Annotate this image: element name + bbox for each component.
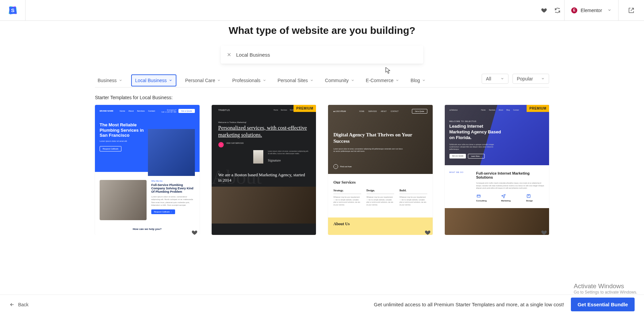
- tpl-hero-image: [148, 129, 195, 176]
- tpl-nav-link: Home: [481, 109, 485, 111]
- search-input[interactable]: [236, 52, 417, 58]
- chevron-down-icon: [541, 76, 545, 81]
- template-preview: BRAND NAME HomeAboutServicesContact Emer…: [95, 105, 200, 235]
- tpl-col-body: Whatever may be your requirement — be it…: [367, 196, 394, 206]
- category-business[interactable]: Business: [95, 74, 125, 86]
- tpl-mid-kicker: WHAT WE DO: [449, 171, 470, 173]
- tpl-nav-link: Contact: [513, 109, 519, 111]
- filter-sort-select[interactable]: Popular: [513, 74, 549, 84]
- tpl-footer-image: [445, 208, 549, 235]
- favorite-toggle[interactable]: [425, 230, 431, 235]
- category-label: E-Commerce: [366, 78, 393, 83]
- chevron-down-icon: [395, 78, 399, 83]
- category-e-commerce[interactable]: E-Commerce: [363, 74, 402, 86]
- heart-icon: [192, 230, 198, 235]
- builder-selector-section: E Elementor: [564, 0, 618, 21]
- page-builder-select[interactable]: E Elementor: [571, 7, 611, 13]
- tpl-nav-link: ABOUT: [381, 110, 386, 112]
- tpl-nav-link: Contact: [148, 110, 155, 112]
- app-logo[interactable]: S: [7, 5, 18, 16]
- tpl-nav-link: Blog: [506, 109, 510, 111]
- tpl-body: Lorem ipsum dolor sit amet, consectetur …: [151, 195, 195, 207]
- open-external-section: [618, 0, 644, 21]
- category-label: Business: [98, 78, 117, 83]
- tpl-circle-label: VIEW OUR SERVICES: [226, 142, 244, 144]
- favorite-toggle[interactable]: [541, 230, 547, 235]
- sync-button[interactable]: [551, 4, 564, 17]
- tpl-kicker: WELCOME TO DELECTUS: [449, 120, 545, 122]
- content: BusinessLocal BusinessPersonal CareProfe…: [92, 74, 552, 235]
- category-blog[interactable]: Blog: [408, 74, 428, 86]
- search-clear-button[interactable]: [227, 52, 231, 57]
- tpl-hero-sub: Lorem ipsum dolor sit amet elit: [100, 140, 145, 142]
- chevron-down-icon: [351, 78, 355, 83]
- tpl-photo: [253, 150, 263, 164]
- favorite-toggle[interactable]: [192, 230, 198, 235]
- tpl-h2: We are a Boston based Marketing Agency, …: [218, 172, 310, 184]
- tpl-service-col: Design.Whatever may be your requirement …: [367, 189, 394, 206]
- tpl-btn-primary: Get us a Quote: [449, 154, 466, 159]
- tpl-nav-link: Services: [137, 110, 145, 112]
- premium-badge: PREMIUM: [293, 105, 316, 112]
- svg-text:S: S: [11, 7, 14, 13]
- marketing-icon: [501, 194, 506, 198]
- filter-type-value: All: [486, 76, 491, 81]
- tpl-nav-link: Services: [489, 109, 495, 111]
- tpl-col-body: Whatever may be your requirement — be it…: [333, 196, 361, 206]
- tpl-hero-body: Lorem ipsum dolor sit amet, consectetur …: [333, 148, 404, 153]
- tpl-about-h: About Us: [333, 222, 427, 227]
- filter-type-select[interactable]: All: [482, 74, 508, 84]
- category-local-business[interactable]: Local Business: [131, 74, 176, 86]
- chevron-down-icon: [310, 78, 314, 83]
- search-wrap: [0, 46, 644, 64]
- tpl-nav-link: Services: [281, 109, 287, 111]
- tpl-nav-link: Home: [274, 109, 278, 111]
- arrow-circle-icon: →: [333, 164, 338, 169]
- header-right: E Elementor: [537, 0, 644, 21]
- tpl-quote-btn: Get a Quote: [412, 109, 427, 114]
- tpl-hero-title: Digital Agency That Thrives on Your Succ…: [333, 132, 427, 144]
- chevron-down-icon: [169, 78, 172, 83]
- template-card-digital-agency[interactable]: ◆ LOGO IPSUM HOMESERVICESABOUTCONTACT Ge…: [328, 105, 433, 235]
- builder-name: Elementor: [581, 8, 602, 13]
- heart-icon: [541, 7, 547, 13]
- tpl-col-heading: Strategy.: [333, 189, 361, 194]
- tpl-icon-label: Design: [526, 200, 545, 202]
- open-external-button[interactable]: [625, 4, 638, 17]
- category-personal-care[interactable]: Personal Care: [182, 74, 224, 86]
- category-label: Personal Care: [185, 78, 215, 83]
- tpl-icon-col: Marketing: [501, 194, 520, 202]
- tpl-nav: HomeServicesAboutBlogContact: [481, 109, 519, 111]
- tpl-brand: BRAND NAME: [100, 110, 113, 112]
- template-preview: TRABITUS HomeServicesWorkAboutContact We…: [212, 105, 316, 235]
- category-professionals[interactable]: Professionals: [229, 74, 269, 86]
- category-personal-sites[interactable]: Personal Sites: [275, 74, 316, 86]
- chevron-down-icon: [607, 7, 611, 13]
- section-title: Starter Templates for Local Business:: [95, 95, 549, 100]
- tpl-hero-title: Leading Internet Marketing Agency Based …: [449, 124, 502, 141]
- tpl-service-cols: Strategy.Whatever may be your requiremen…: [333, 189, 427, 206]
- filter-sort-value: Popular: [517, 76, 533, 81]
- template-card-plumbing[interactable]: BRAND NAME HomeAboutServicesContact Emer…: [95, 105, 200, 235]
- category-label: Personal Sites: [278, 78, 308, 83]
- chevron-down-icon: [422, 78, 426, 83]
- page-title: What type of website are you building?: [0, 25, 644, 36]
- chevron-down-icon: [217, 78, 221, 83]
- tpl-nav-link: Home: [120, 110, 125, 112]
- filters: All Popular: [482, 74, 549, 87]
- tpl-kicker: Who We Are: [151, 180, 195, 182]
- heart-icon: [425, 230, 431, 235]
- template-card-delectus[interactable]: PREMIUM ◈ Delectus HomeServicesAboutBlog…: [445, 105, 549, 235]
- tpl-nav-link: About: [128, 110, 134, 112]
- tpl-footer-image: [212, 187, 316, 224]
- category-community[interactable]: Community: [322, 74, 357, 86]
- tpl-nav: HOMESERVICESABOUTCONTACT: [359, 110, 398, 112]
- tpl-nav-link: Work: [290, 109, 294, 111]
- tpl-circle-icon: →: [218, 142, 224, 147]
- tpl-icon-row: ConsultingMarketingDesign: [476, 194, 545, 202]
- tpl-btn-secondary: Learn More →: [468, 154, 485, 159]
- close-icon: [227, 52, 231, 57]
- favorites-button[interactable]: [537, 4, 551, 17]
- template-card-trabitus[interactable]: PREMIUM TRABITUS HomeServicesWorkAboutCo…: [212, 105, 316, 235]
- tpl-nav-link: HOME: [359, 110, 364, 112]
